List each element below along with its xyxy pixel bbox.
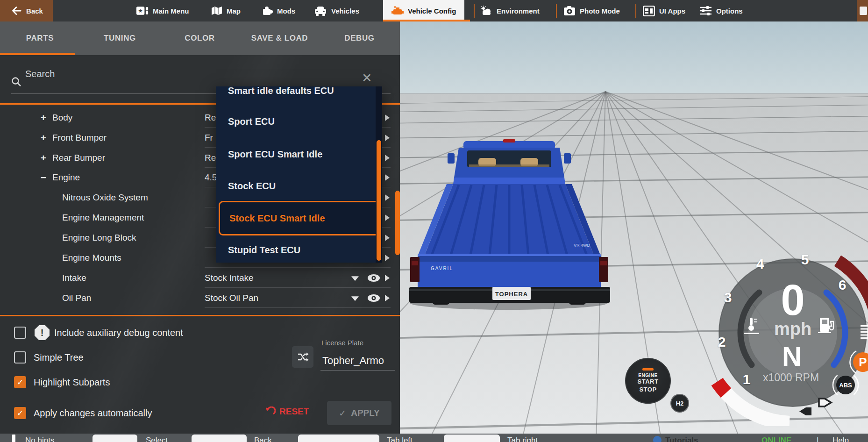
- svg-text:★: ★: [138, 8, 143, 14]
- checkbox-highlight-subparts[interactable]: ✓: [14, 376, 26, 388]
- chevron-right-icon[interactable]: [385, 155, 390, 161]
- help-link[interactable]: Help: [832, 435, 849, 442]
- dropdown-caret-icon[interactable]: [351, 276, 359, 281]
- reset-label: RESET: [279, 406, 309, 417]
- checkbox-label[interactable]: Highlight Subparts: [34, 377, 110, 388]
- abs-badge[interactable]: ABS: [836, 376, 855, 394]
- tab-color[interactable]: COLOR: [160, 21, 240, 55]
- search-input[interactable]: [24, 68, 204, 80]
- menu-item-environment[interactable]: Environment: [480, 0, 540, 21]
- part-row-label[interactable]: Front Bumper: [52, 133, 107, 143]
- reset-button[interactable]: RESET: [264, 406, 309, 417]
- part-value-select[interactable]: Stock Intake: [205, 273, 254, 283]
- dropdown-caret-icon[interactable]: [351, 296, 359, 301]
- close-icon[interactable]: ✕: [362, 72, 372, 85]
- eye-icon[interactable]: [367, 294, 380, 302]
- dropdown-option[interactable]: Sport ECU: [216, 114, 368, 128]
- panel-scrollbar-thumb[interactable]: [395, 191, 400, 255]
- chevron-right-icon[interactable]: [385, 255, 390, 261]
- menu-item-ui-apps[interactable]: UI Apps: [643, 0, 685, 21]
- start-button-line1: ENGINE: [638, 373, 657, 378]
- options-sliders-icon: [700, 5, 712, 16]
- part-row-value[interactable]: Re: [205, 113, 216, 123]
- chevron-right-icon[interactable]: [385, 275, 390, 281]
- collapse-toggle[interactable]: −: [38, 172, 49, 183]
- menu-item-label: UI Apps: [659, 7, 685, 15]
- chevron-right-icon[interactable]: [385, 114, 390, 121]
- expand-toggle[interactable]: +: [38, 132, 49, 143]
- chevron-right-icon[interactable]: [385, 174, 390, 181]
- panel-divider: [0, 315, 400, 316]
- expand-toggle[interactable]: +: [38, 152, 49, 164]
- dropdown-option[interactable]: Sport ECU Smart Idle: [216, 147, 368, 161]
- keycap: [444, 435, 500, 442]
- chevron-right-icon[interactable]: [385, 135, 390, 141]
- checkbox-simple-tree[interactable]: [14, 351, 26, 364]
- h2-badge[interactable]: H2: [670, 394, 689, 413]
- turn-signal-left-icon[interactable]: [799, 407, 811, 415]
- part-value-select[interactable]: Stock Oil Pan: [205, 293, 258, 303]
- part-row-label[interactable]: Engine Mounts: [62, 253, 121, 263]
- license-plate-underline: [320, 370, 395, 371]
- license-plate-input[interactable]: [321, 354, 393, 367]
- truck[interactable]: GAVRIL VR 4WD TOPHERA: [409, 138, 610, 312]
- eye-icon[interactable]: [367, 274, 380, 282]
- checkbox-include-auxiliary[interactable]: [14, 327, 26, 339]
- engine-start-stop-button[interactable]: ENGINE START STOP: [625, 358, 671, 404]
- checkbox-label[interactable]: Simple Tree: [34, 352, 84, 363]
- checkbox-apply-automatically[interactable]: ✓: [14, 407, 26, 419]
- active-menu-underline: [383, 20, 470, 21]
- chevron-right-icon[interactable]: [385, 214, 390, 221]
- engine-icon: [391, 5, 404, 16]
- expand-toggle[interactable]: +: [38, 112, 49, 123]
- menu-item-photo-mode[interactable]: Photo Mode: [563, 0, 620, 21]
- menu-item-vehicle-config-active[interactable]: Vehicle Config: [383, 0, 464, 21]
- dropdown-option[interactable]: Smart idle defaults ECU: [216, 86, 368, 98]
- shuffle-icon: [297, 351, 309, 363]
- speed-arc-red-tip: [717, 382, 726, 393]
- checkbox-label[interactable]: Apply changes automatically: [34, 408, 152, 419]
- dropdown-scrollbar-thumb[interactable]: [377, 140, 381, 261]
- hint-info-label[interactable]: Tutorials: [665, 435, 698, 442]
- part-row-label[interactable]: Engine Long Block: [62, 233, 136, 243]
- part-row-value[interactable]: Fr: [205, 133, 213, 143]
- speed-value: 0: [781, 276, 804, 325]
- menu-item-main-menu[interactable]: ★ Main Menu: [136, 0, 189, 21]
- back-button[interactable]: Back: [0, 0, 53, 21]
- dropdown-option[interactable]: Stock ECU: [216, 179, 368, 193]
- 3d-viewport[interactable]: GAVRIL VR 4WD TOPHERA ENGINE START STOP …: [400, 21, 868, 442]
- menu-item-options[interactable]: Options: [700, 0, 743, 21]
- menu-item-map[interactable]: Map: [211, 0, 241, 21]
- menu-item-vehicles[interactable]: Vehicles: [314, 0, 359, 21]
- menu-item-label: Environment: [497, 7, 540, 15]
- tab-tuning[interactable]: TUNING: [80, 21, 160, 55]
- apply-button[interactable]: ✓ APPLY: [327, 401, 391, 425]
- part-row-label[interactable]: Engine Management: [62, 213, 144, 223]
- part-row-label[interactable]: Oil Pan: [62, 293, 91, 303]
- part-row-value[interactable]: 4.5: [205, 172, 217, 183]
- chevron-right-icon[interactable]: [385, 235, 390, 241]
- part-row-value[interactable]: Re: [205, 153, 216, 163]
- part-row-label[interactable]: Intake: [62, 273, 86, 283]
- part-row-label[interactable]: Engine: [52, 172, 80, 183]
- checkbox-label[interactable]: Include auxiliary debug content: [54, 328, 183, 338]
- turn-signal-right-icon[interactable]: [819, 399, 831, 406]
- part-row-label[interactable]: Rear Bumper: [52, 153, 105, 163]
- tab-debug[interactable]: DEBUG: [320, 21, 399, 55]
- menu-item-mods[interactable]: Mods: [262, 0, 295, 21]
- truck-interior-shelf: [469, 164, 549, 167]
- tab-parts[interactable]: PARTS: [0, 21, 80, 55]
- tab-save-load[interactable]: SAVE & LOAD: [240, 21, 320, 55]
- undo-icon: [264, 406, 276, 417]
- part-row-label[interactable]: Nitrous Oxide System: [62, 192, 148, 203]
- back-arrow-icon: [10, 5, 22, 17]
- part-row-label[interactable]: Body: [52, 113, 72, 123]
- parts-panel: + Body Re + Front Bumper Fr + Rear Bumpe…: [0, 55, 400, 434]
- chevron-right-icon[interactable]: [385, 295, 390, 301]
- h2-label: H2: [676, 400, 684, 407]
- randomize-plate-button[interactable]: [292, 346, 313, 368]
- corner-button-cut[interactable]: [857, 0, 868, 21]
- chevron-right-icon[interactable]: [385, 194, 390, 201]
- dropdown-option[interactable]: Stupid Test ECU: [216, 243, 368, 257]
- dropdown-option-selected[interactable]: Stock ECU Smart Idle: [219, 201, 382, 235]
